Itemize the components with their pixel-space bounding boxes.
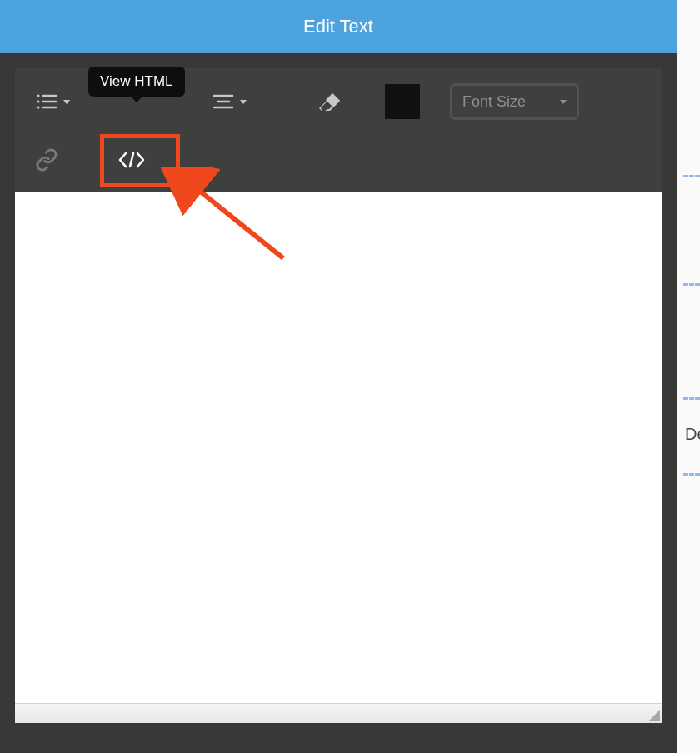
editor-status-bar [15, 703, 662, 723]
bg-dashed-line [683, 397, 700, 400]
view-html-tooltip: View HTML [88, 67, 185, 97]
bg-dashed-line [683, 175, 700, 177]
modal-header: Edit Text [0, 0, 677, 53]
editor-content-area[interactable] [15, 192, 662, 703]
bg-peek-text: De [685, 425, 700, 444]
eraser-icon [318, 92, 342, 112]
modal-body: View HTML [0, 53, 677, 753]
code-icon [118, 150, 146, 170]
chevron-down-icon [240, 100, 247, 104]
view-html-button[interactable] [100, 136, 163, 184]
chevron-down-icon [63, 100, 70, 104]
svg-point-2 [37, 100, 39, 102]
list-icon [36, 92, 58, 111]
svg-point-0 [37, 94, 39, 97]
chevron-down-icon [560, 100, 567, 104]
insert-link-button[interactable] [23, 137, 70, 183]
svg-line-9 [130, 153, 133, 167]
tooltip-text: View HTML [100, 73, 173, 89]
link-icon [35, 148, 58, 172]
toolbar-row-2 [23, 133, 653, 187]
font-size-select[interactable]: Font Size [450, 83, 579, 120]
align-center-icon [212, 92, 234, 111]
modal-title: Edit Text [303, 16, 373, 37]
resize-handle[interactable] [648, 710, 660, 721]
svg-point-4 [37, 106, 39, 108]
erase-button[interactable] [307, 78, 353, 125]
font-size-label: Font Size [462, 93, 526, 111]
bg-dashed-line [683, 283, 700, 286]
bg-dashed-line [683, 473, 700, 476]
text-color-swatch[interactable] [385, 84, 420, 119]
